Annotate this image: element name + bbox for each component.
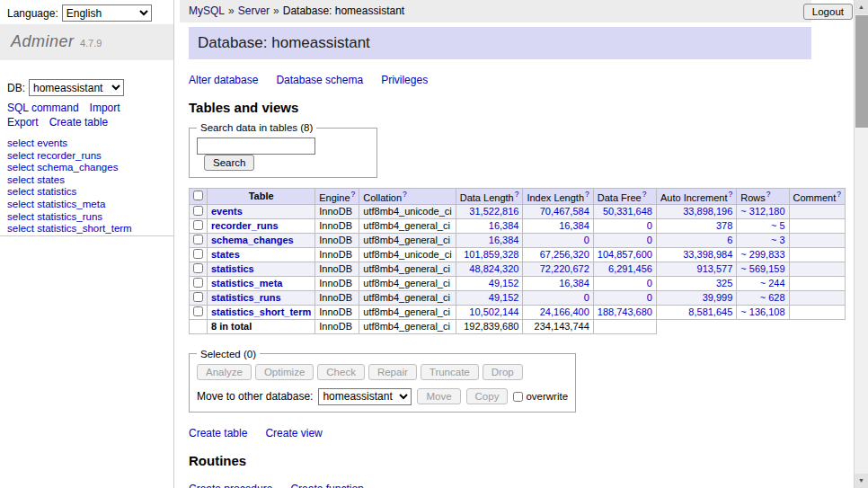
overwrite-checkbox[interactable] bbox=[513, 392, 523, 402]
overwrite-option: overwrite bbox=[513, 391, 568, 402]
table-link-recorder_runs[interactable]: recorder_runs bbox=[211, 220, 279, 231]
checkbox-cell bbox=[190, 204, 208, 218]
repair-button[interactable]: Repair bbox=[368, 364, 417, 380]
link-create-table[interactable]: Create table bbox=[189, 427, 247, 439]
table-link-statistics[interactable]: statistics bbox=[211, 263, 254, 274]
db-select[interactable]: homeassistant bbox=[29, 79, 124, 96]
help-icon[interactable]: ? bbox=[515, 190, 519, 199]
sidebar-divider bbox=[0, 235, 173, 236]
checkbox-cell bbox=[190, 305, 208, 319]
table-link-states[interactable]: states bbox=[211, 249, 240, 260]
cell-engine: InnoDB bbox=[315, 233, 359, 247]
link-import[interactable]: Import bbox=[90, 102, 120, 114]
move-db-select[interactable]: homeassistant bbox=[318, 388, 412, 405]
table-link-statistics_short_term[interactable]: statistics_short_term bbox=[211, 306, 311, 317]
row-checkbox-schema_changes[interactable] bbox=[193, 235, 203, 244]
link-select-schema-changes[interactable]: select schema_changes bbox=[7, 162, 132, 174]
link-sql-command[interactable]: SQL command bbox=[7, 102, 79, 114]
truncate-button[interactable]: Truncate bbox=[421, 364, 479, 380]
select-all-checkbox[interactable] bbox=[193, 191, 203, 200]
drop-button[interactable]: Drop bbox=[483, 364, 523, 380]
total-data-length: 192,839,680 bbox=[456, 319, 523, 333]
help-icon[interactable]: ? bbox=[837, 190, 841, 199]
cell-comment bbox=[789, 233, 845, 247]
cell-data-length: 16,384 bbox=[456, 233, 523, 247]
link-select-statistics-meta[interactable]: select statistics_meta bbox=[7, 199, 132, 211]
search-fieldset: Search data in tables (8) Search bbox=[189, 122, 377, 178]
analyze-button[interactable]: Analyze bbox=[197, 364, 252, 380]
help-icon[interactable]: ? bbox=[642, 190, 647, 199]
link-create-function[interactable]: Create function bbox=[290, 483, 363, 488]
search-button[interactable]: Search bbox=[204, 155, 254, 171]
link-create-view[interactable]: Create view bbox=[265, 427, 322, 439]
sidebar-actions: SQL commandImport ExportCreate table bbox=[7, 101, 169, 129]
link-select-events[interactable]: select events bbox=[7, 138, 132, 150]
scroll-up-icon[interactable]: ▲ bbox=[855, 0, 868, 14]
cell-data-length: 16,384 bbox=[456, 218, 523, 233]
link-export[interactable]: Export bbox=[7, 116, 39, 129]
page-title: Database: homeassistant bbox=[189, 27, 811, 59]
cell-index-length: 67,256,320 bbox=[523, 247, 593, 262]
help-icon[interactable]: ? bbox=[766, 190, 771, 199]
table-total-row: 8 in total InnoDB utf8mb4_general_ci 192… bbox=[190, 319, 846, 333]
sidebar-actions-row1: SQL commandImport bbox=[7, 102, 131, 114]
total-checkbox-cell bbox=[190, 319, 208, 333]
cell-collation: utf8mb4_general_ci bbox=[359, 276, 456, 290]
link-database-schema[interactable]: Database schema bbox=[276, 74, 363, 86]
checkbox-cell bbox=[190, 262, 208, 276]
link-select-statistics[interactable]: select statistics bbox=[7, 186, 132, 199]
breadcrumb-link-server[interactable]: Server bbox=[238, 4, 270, 17]
link-select-states[interactable]: select states bbox=[7, 174, 132, 187]
table-link-statistics_runs[interactable]: statistics_runs bbox=[211, 292, 281, 303]
link-select-statistics-runs[interactable]: select statistics_runs bbox=[7, 211, 132, 224]
cell-collation: utf8mb4_general_ci bbox=[359, 233, 456, 247]
table-link-statistics_meta[interactable]: statistics_meta bbox=[211, 278, 283, 288]
row-checkbox-statistics[interactable] bbox=[193, 263, 203, 273]
copy-button[interactable]: Copy bbox=[466, 388, 509, 404]
column-header-data-free: Data Free? bbox=[593, 189, 656, 205]
cell-rows: ~ 5 bbox=[737, 218, 789, 233]
check-button[interactable]: Check bbox=[317, 364, 365, 380]
main-content: Database: homeassistant Alter databaseDa… bbox=[189, 22, 859, 488]
help-icon[interactable]: ? bbox=[585, 190, 589, 199]
table-row-statistics: statisticsInnoDButf8mb4_general_ci48,824… bbox=[190, 262, 846, 276]
link-alter-database[interactable]: Alter database bbox=[189, 74, 258, 86]
cell-data-free: 50,331,648 bbox=[593, 204, 656, 218]
row-checkbox-recorder_runs[interactable] bbox=[193, 220, 203, 230]
link-privileges[interactable]: Privileges bbox=[381, 74, 428, 86]
column-header-collation: Collation? bbox=[359, 189, 456, 205]
logout-button[interactable]: Logout bbox=[803, 4, 853, 20]
table-link-schema_changes[interactable]: schema_changes bbox=[211, 235, 294, 245]
cell-comment bbox=[789, 290, 845, 305]
help-icon[interactable]: ? bbox=[403, 190, 407, 199]
cell-index-length: 24,166,400 bbox=[523, 305, 593, 319]
help-icon[interactable]: ? bbox=[351, 190, 356, 199]
link-create-table[interactable]: Create table bbox=[49, 116, 108, 129]
checkbox-cell bbox=[190, 276, 208, 290]
total-label: 8 in total bbox=[208, 319, 315, 333]
cell-engine: InnoDB bbox=[315, 290, 359, 305]
cell-rows: ~ 244 bbox=[737, 276, 789, 290]
row-checkbox-statistics_runs[interactable] bbox=[193, 292, 203, 302]
cell-auto-increment: 33,898,196 bbox=[656, 204, 736, 218]
column-header-data-length: Data Length? bbox=[456, 189, 523, 205]
search-input[interactable] bbox=[197, 138, 315, 155]
language-select[interactable]: English bbox=[62, 4, 152, 22]
breadcrumb-link-mysql[interactable]: MySQL bbox=[189, 4, 225, 17]
link-select-recorder-runs[interactable]: select recorder_runs bbox=[7, 150, 132, 163]
cell-engine: InnoDB bbox=[315, 247, 359, 262]
link-select-statistics-short-term[interactable]: select statistics_short_term bbox=[7, 223, 132, 235]
table-link-events[interactable]: events bbox=[211, 206, 243, 217]
db-label: DB: bbox=[7, 82, 25, 94]
cell-name: statistics_meta bbox=[208, 276, 315, 290]
optimize-button[interactable]: Optimize bbox=[255, 364, 314, 380]
link-create-procedure[interactable]: Create procedure bbox=[189, 483, 272, 488]
row-checkbox-events[interactable] bbox=[193, 206, 203, 216]
help-icon[interactable]: ? bbox=[729, 190, 733, 199]
move-button[interactable]: Move bbox=[417, 388, 460, 404]
app-version: 4.7.9 bbox=[80, 38, 102, 49]
row-checkbox-statistics_short_term[interactable] bbox=[193, 306, 203, 316]
row-checkbox-states[interactable] bbox=[193, 249, 203, 259]
cell-auto-increment: 8,581,645 bbox=[656, 305, 736, 319]
row-checkbox-statistics_meta[interactable] bbox=[193, 278, 203, 288]
